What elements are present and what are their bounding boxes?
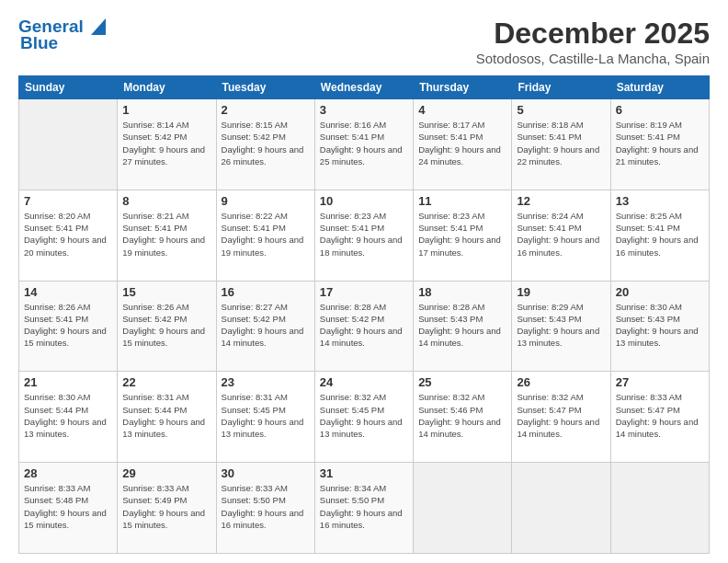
day-number: 12 xyxy=(517,194,605,208)
day-info: Sunrise: 8:24 AMSunset: 5:41 PMDaylight:… xyxy=(517,210,605,259)
day-info: Sunrise: 8:30 AMSunset: 5:44 PMDaylight:… xyxy=(24,391,112,440)
calendar-cell: 6Sunrise: 8:19 AMSunset: 5:41 PMDaylight… xyxy=(610,99,709,190)
calendar-week-row: 21Sunrise: 8:30 AMSunset: 5:44 PMDayligh… xyxy=(19,372,710,463)
calendar-cell: 19Sunrise: 8:29 AMSunset: 5:43 PMDayligh… xyxy=(512,281,610,372)
calendar-cell xyxy=(414,463,512,554)
day-number: 18 xyxy=(418,285,506,299)
calendar-cell: 13Sunrise: 8:25 AMSunset: 5:41 PMDayligh… xyxy=(610,190,709,281)
calendar-cell: 4Sunrise: 8:17 AMSunset: 5:41 PMDaylight… xyxy=(414,99,512,190)
day-number: 14 xyxy=(24,285,112,299)
calendar-cell: 27Sunrise: 8:33 AMSunset: 5:47 PMDayligh… xyxy=(610,372,709,463)
calendar-cell: 10Sunrise: 8:23 AMSunset: 5:41 PMDayligh… xyxy=(314,190,413,281)
calendar-week-row: 1Sunrise: 8:14 AMSunset: 5:42 PMDaylight… xyxy=(19,99,710,190)
day-info: Sunrise: 8:21 AMSunset: 5:41 PMDaylight:… xyxy=(122,210,210,259)
logo-blue-text: Blue xyxy=(20,33,58,53)
calendar-cell: 14Sunrise: 8:26 AMSunset: 5:41 PMDayligh… xyxy=(19,281,118,372)
day-info: Sunrise: 8:25 AMSunset: 5:41 PMDaylight:… xyxy=(616,210,704,259)
calendar-cell: 3Sunrise: 8:16 AMSunset: 5:41 PMDaylight… xyxy=(314,99,413,190)
day-info: Sunrise: 8:15 AMSunset: 5:42 PMDaylight:… xyxy=(222,119,310,167)
calendar-cell: 15Sunrise: 8:26 AMSunset: 5:42 PMDayligh… xyxy=(118,281,216,372)
calendar-week-row: 7Sunrise: 8:20 AMSunset: 5:41 PMDaylight… xyxy=(19,190,710,281)
day-info: Sunrise: 8:31 AMSunset: 5:44 PMDaylight:… xyxy=(122,391,210,440)
day-info: Sunrise: 8:29 AMSunset: 5:43 PMDaylight:… xyxy=(517,301,605,350)
day-info: Sunrise: 8:33 AMSunset: 5:49 PMDaylight:… xyxy=(122,482,210,531)
day-number: 6 xyxy=(616,103,704,117)
header: General Blue December 2025 Sotodosos, Ca… xyxy=(18,17,710,66)
calendar-cell: 16Sunrise: 8:27 AMSunset: 5:42 PMDayligh… xyxy=(216,281,314,372)
calendar-table: SundayMondayTuesdayWednesdayThursdayFrid… xyxy=(18,75,710,554)
calendar-cell: 23Sunrise: 8:31 AMSunset: 5:45 PMDayligh… xyxy=(216,372,314,463)
day-number: 27 xyxy=(616,375,704,389)
day-number: 21 xyxy=(24,375,112,389)
day-number: 17 xyxy=(320,285,408,299)
page-subtitle: Sotodosos, Castille-La Mancha, Spain xyxy=(476,51,710,66)
day-number: 13 xyxy=(616,194,704,208)
weekday-header: Tuesday xyxy=(216,76,314,99)
day-info: Sunrise: 8:16 AMSunset: 5:41 PMDaylight:… xyxy=(320,119,408,167)
day-number: 4 xyxy=(418,103,506,117)
calendar-cell: 28Sunrise: 8:33 AMSunset: 5:48 PMDayligh… xyxy=(19,463,118,554)
day-info: Sunrise: 8:27 AMSunset: 5:42 PMDaylight:… xyxy=(222,301,310,350)
day-number: 29 xyxy=(122,466,210,480)
day-number: 25 xyxy=(418,375,506,389)
page-title: December 2025 xyxy=(476,17,710,51)
day-info: Sunrise: 8:32 AMSunset: 5:45 PMDaylight:… xyxy=(320,391,408,440)
day-number: 1 xyxy=(122,103,210,117)
day-info: Sunrise: 8:26 AMSunset: 5:42 PMDaylight:… xyxy=(122,301,210,350)
day-info: Sunrise: 8:28 AMSunset: 5:42 PMDaylight:… xyxy=(320,301,408,350)
calendar-cell: 24Sunrise: 8:32 AMSunset: 5:45 PMDayligh… xyxy=(314,372,413,463)
calendar-cell: 12Sunrise: 8:24 AMSunset: 5:41 PMDayligh… xyxy=(512,190,610,281)
day-info: Sunrise: 8:23 AMSunset: 5:41 PMDaylight:… xyxy=(320,210,408,259)
day-number: 11 xyxy=(418,194,506,208)
day-number: 26 xyxy=(517,375,605,389)
calendar-cell: 22Sunrise: 8:31 AMSunset: 5:44 PMDayligh… xyxy=(118,372,216,463)
weekday-header: Friday xyxy=(512,76,610,99)
day-info: Sunrise: 8:34 AMSunset: 5:50 PMDaylight:… xyxy=(320,482,408,531)
calendar-cell xyxy=(512,463,610,554)
day-info: Sunrise: 8:28 AMSunset: 5:43 PMDaylight:… xyxy=(418,301,506,350)
weekday-header: Saturday xyxy=(610,76,709,99)
calendar-cell: 8Sunrise: 8:21 AMSunset: 5:41 PMDaylight… xyxy=(118,190,216,281)
day-info: Sunrise: 8:33 AMSunset: 5:47 PMDaylight:… xyxy=(616,391,704,440)
calendar-cell: 25Sunrise: 8:32 AMSunset: 5:46 PMDayligh… xyxy=(414,372,512,463)
calendar-cell: 2Sunrise: 8:15 AMSunset: 5:42 PMDaylight… xyxy=(216,99,314,190)
calendar-cell: 1Sunrise: 8:14 AMSunset: 5:42 PMDaylight… xyxy=(118,99,216,190)
calendar-cell xyxy=(19,99,118,190)
calendar-cell: 17Sunrise: 8:28 AMSunset: 5:42 PMDayligh… xyxy=(314,281,413,372)
day-number: 7 xyxy=(24,194,112,208)
calendar-cell: 20Sunrise: 8:30 AMSunset: 5:43 PMDayligh… xyxy=(610,281,709,372)
day-number: 10 xyxy=(320,194,408,208)
calendar-week-row: 28Sunrise: 8:33 AMSunset: 5:48 PMDayligh… xyxy=(19,463,710,554)
day-number: 24 xyxy=(320,375,408,389)
day-number: 8 xyxy=(122,194,210,208)
day-info: Sunrise: 8:30 AMSunset: 5:43 PMDaylight:… xyxy=(616,301,704,350)
weekday-header: Sunday xyxy=(19,76,118,99)
day-info: Sunrise: 8:23 AMSunset: 5:41 PMDaylight:… xyxy=(418,210,506,259)
day-number: 31 xyxy=(320,466,408,480)
day-info: Sunrise: 8:32 AMSunset: 5:46 PMDaylight:… xyxy=(418,391,506,440)
calendar-cell: 9Sunrise: 8:22 AMSunset: 5:41 PMDaylight… xyxy=(216,190,314,281)
day-info: Sunrise: 8:19 AMSunset: 5:41 PMDaylight:… xyxy=(616,119,704,167)
day-number: 16 xyxy=(222,285,310,299)
day-number: 3 xyxy=(320,103,408,117)
day-info: Sunrise: 8:31 AMSunset: 5:45 PMDaylight:… xyxy=(222,391,310,440)
calendar-week-row: 14Sunrise: 8:26 AMSunset: 5:41 PMDayligh… xyxy=(19,281,710,372)
day-info: Sunrise: 8:20 AMSunset: 5:41 PMDaylight:… xyxy=(24,210,112,259)
day-number: 28 xyxy=(24,466,112,480)
weekday-header: Wednesday xyxy=(314,76,413,99)
day-number: 2 xyxy=(222,103,310,117)
day-number: 19 xyxy=(517,285,605,299)
logo-arrow-icon xyxy=(85,18,106,35)
day-info: Sunrise: 8:33 AMSunset: 5:50 PMDaylight:… xyxy=(222,482,310,531)
calendar-header-row: SundayMondayTuesdayWednesdayThursdayFrid… xyxy=(19,76,710,99)
day-info: Sunrise: 8:32 AMSunset: 5:47 PMDaylight:… xyxy=(517,391,605,440)
title-area: December 2025 Sotodosos, Castille-La Man… xyxy=(476,17,710,66)
calendar-cell: 26Sunrise: 8:32 AMSunset: 5:47 PMDayligh… xyxy=(512,372,610,463)
day-number: 22 xyxy=(122,375,210,389)
calendar-cell: 21Sunrise: 8:30 AMSunset: 5:44 PMDayligh… xyxy=(19,372,118,463)
day-number: 20 xyxy=(616,285,704,299)
calendar-cell xyxy=(610,463,709,554)
day-info: Sunrise: 8:14 AMSunset: 5:42 PMDaylight:… xyxy=(122,119,210,167)
svg-marker-0 xyxy=(91,18,106,35)
day-number: 9 xyxy=(222,194,310,208)
